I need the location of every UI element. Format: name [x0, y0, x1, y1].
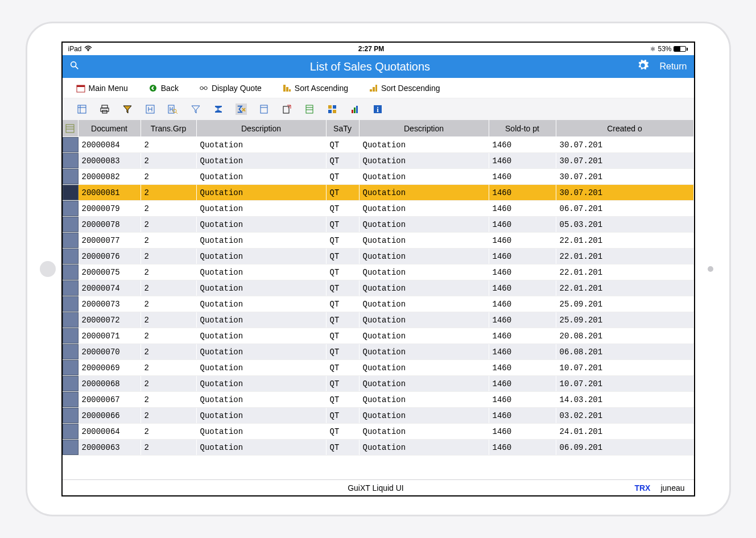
cell-description2: Quotation: [360, 312, 489, 328]
cell-sold-to: 1460: [489, 280, 556, 296]
row-selector[interactable]: [63, 201, 79, 216]
table-row[interactable]: 200000842QuotationQTQuotation146030.07.2…: [63, 137, 694, 153]
row-selector[interactable]: [63, 280, 79, 296]
column-description2[interactable]: Description: [360, 120, 489, 137]
spreadsheet-icon[interactable]: [304, 104, 315, 115]
grid-icon[interactable]: [327, 104, 338, 115]
row-selector[interactable]: [63, 153, 79, 168]
subtotal-icon[interactable]: [236, 104, 247, 115]
table-row[interactable]: 200000672QuotationQTQuotation146014.03.2…: [63, 392, 694, 408]
gear-icon[interactable]: [637, 59, 649, 74]
row-selector[interactable]: [63, 328, 79, 344]
sum-icon[interactable]: [213, 104, 224, 115]
svg-rect-4: [77, 85, 85, 87]
cell-saty: QT: [327, 440, 360, 455]
table-row[interactable]: 200000682QuotationQTQuotation146010.07.2…: [63, 376, 694, 392]
toolbar: i: [63, 98, 694, 120]
info-icon[interactable]: i: [372, 104, 383, 115]
main-menu-button[interactable]: Main Menu: [76, 84, 128, 93]
table-body[interactable]: 200000842QuotationQTQuotation146030.07.2…: [63, 137, 694, 456]
table-row[interactable]: 200000732QuotationQTQuotation146025.09.2…: [63, 296, 694, 312]
find-next-icon[interactable]: [167, 104, 179, 115]
device-label: iPad: [68, 45, 82, 53]
row-selector[interactable]: [63, 360, 79, 375]
column-created[interactable]: Created o: [556, 120, 694, 137]
export-icon[interactable]: [281, 104, 292, 115]
table-row[interactable]: 200000632QuotationQTQuotation146006.09.2…: [63, 440, 694, 456]
row-selector[interactable]: [63, 137, 79, 152]
filter-icon[interactable]: [122, 104, 133, 115]
return-button[interactable]: Return: [659, 61, 687, 72]
row-selector[interactable]: [63, 169, 79, 184]
set-filter-icon[interactable]: [190, 104, 201, 115]
trx-button[interactable]: TRX: [634, 483, 650, 493]
table-row[interactable]: 200000692QuotationQTQuotation146010.07.2…: [63, 360, 694, 376]
row-selector[interactable]: [63, 217, 79, 232]
sort-ascending-button[interactable]: Sort Ascending: [282, 84, 348, 93]
row-selector[interactable]: [63, 440, 79, 455]
search-icon[interactable]: [69, 60, 80, 73]
row-selector[interactable]: [63, 249, 79, 264]
chart-icon[interactable]: [349, 104, 361, 115]
table-row[interactable]: 200000832QuotationQTQuotation146030.07.2…: [63, 153, 694, 169]
table-row[interactable]: 200000792QuotationQTQuotation146006.07.2…: [63, 201, 694, 217]
column-description1[interactable]: Description: [197, 120, 327, 137]
home-button[interactable]: [40, 261, 56, 277]
select-all-header[interactable]: [63, 120, 79, 137]
table-row[interactable]: 200000752QuotationQTQuotation146022.01.2…: [63, 264, 694, 280]
cell-sold-to: 1460: [489, 312, 556, 328]
display-quote-button[interactable]: Display Quote: [199, 84, 262, 93]
table-row[interactable]: 200000762QuotationQTQuotation146022.01.2…: [63, 249, 694, 264]
svg-rect-31: [261, 105, 267, 113]
table-row[interactable]: 200000742QuotationQTQuotation146022.01.2…: [63, 280, 694, 296]
row-selector[interactable]: [63, 392, 79, 407]
column-trans-grp[interactable]: Trans.Grp: [141, 120, 197, 137]
back-icon: [148, 84, 158, 93]
sort-asc-icon: [282, 84, 291, 93]
cell-sold-to: 1460: [489, 249, 556, 264]
column-saty[interactable]: SaTy: [327, 120, 360, 137]
table-row[interactable]: 200000812QuotationQTQuotation146030.07.2…: [63, 185, 694, 201]
cell-trans-grp: 2: [141, 249, 197, 264]
table-row[interactable]: 200000722QuotationQTQuotation146025.09.2…: [63, 312, 694, 328]
row-selector[interactable]: [63, 424, 79, 439]
table-row[interactable]: 200000772QuotationQTQuotation146022.01.2…: [63, 233, 694, 249]
cell-description1: Quotation: [197, 280, 327, 296]
table-row[interactable]: 200000662QuotationQTQuotation146003.02.2…: [63, 408, 694, 424]
cell-saty: QT: [327, 185, 360, 200]
table-row[interactable]: 200000702QuotationQTQuotation146006.08.2…: [63, 344, 694, 360]
column-document[interactable]: Document: [79, 120, 141, 137]
status-bar: iPad 2:27 PM ✱ 53%: [63, 43, 694, 55]
svg-rect-10: [286, 87, 288, 92]
table-row[interactable]: 200000642QuotationQTQuotation146024.01.2…: [63, 424, 694, 440]
row-selector[interactable]: [63, 296, 79, 312]
column-sold-to[interactable]: Sold-to pt: [489, 120, 556, 137]
layout-icon[interactable]: [258, 104, 270, 115]
print-icon[interactable]: [99, 104, 110, 115]
row-selector[interactable]: [63, 185, 79, 200]
table-row[interactable]: 200000822QuotationQTQuotation146030.07.2…: [63, 169, 694, 185]
row-selector[interactable]: [63, 408, 79, 423]
cell-trans-grp: 2: [141, 153, 197, 168]
row-selector[interactable]: [63, 344, 79, 359]
details-icon[interactable]: [76, 104, 88, 115]
find-icon[interactable]: [144, 104, 156, 115]
table-row[interactable]: 200000712QuotationQTQuotation146020.08.2…: [63, 328, 694, 344]
row-selector[interactable]: [63, 312, 79, 328]
table-row[interactable]: 200000782QuotationQTQuotation146005.03.2…: [63, 217, 694, 233]
cell-trans-grp: 2: [141, 360, 197, 375]
back-button[interactable]: Back: [148, 84, 179, 93]
row-selector[interactable]: [63, 376, 79, 391]
cell-sold-to: 1460: [489, 328, 556, 344]
svg-rect-14: [375, 85, 377, 92]
cell-saty: QT: [327, 217, 360, 232]
row-selector[interactable]: [63, 233, 79, 248]
cell-trans-grp: 2: [141, 137, 197, 152]
sort-descending-button[interactable]: Sort Descending: [369, 84, 440, 93]
cell-saty: QT: [327, 328, 360, 344]
row-selector[interactable]: [63, 264, 79, 280]
svg-rect-40: [328, 110, 332, 113]
cell-document: 20000072: [79, 312, 141, 328]
screen: iPad 2:27 PM ✱ 53% List: [61, 42, 695, 496]
svg-rect-39: [333, 105, 336, 109]
